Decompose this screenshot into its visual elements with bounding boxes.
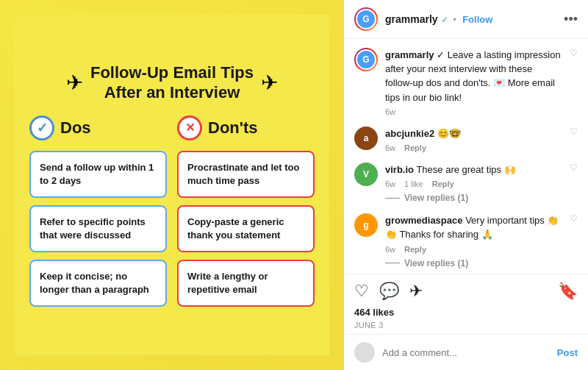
comment-2-content: These are great tips 🙌: [416, 164, 515, 175]
comment-2-meta: 6w 1 like Reply: [385, 179, 562, 188]
main-comment-heart-icon[interactable]: ♡: [570, 48, 578, 58]
comment-2-heart-icon[interactable]: ♡: [570, 163, 578, 173]
comment-2-time: 6w: [385, 179, 395, 188]
post-actions: ♡ 💬 ✈ 🔖 464 likes June 3: [344, 274, 588, 334]
share-button[interactable]: ✈: [409, 282, 423, 301]
comment-3-username[interactable]: growmediaspace: [385, 215, 463, 226]
grammarly-avatar: G: [356, 9, 376, 29]
comment-3-meta: 6w Reply: [385, 245, 562, 254]
paper-plane-right-icon: ✈: [261, 71, 278, 95]
view-replies-line-3: [385, 263, 400, 263]
dot-separator: •: [453, 15, 456, 25]
comment-1-reply-button[interactable]: Reply: [404, 143, 426, 152]
bookmark-button[interactable]: 🔖: [558, 282, 578, 301]
follow-button[interactable]: Follow: [462, 14, 492, 25]
post-comment-button[interactable]: Post: [557, 347, 578, 358]
comment-3-text: growmediaspace Very important tips 👏👏 Th…: [385, 215, 559, 240]
comment-3-time: 6w: [385, 245, 395, 254]
comment-1-text: abcjunkie2 😊🤓: [385, 128, 461, 139]
comment-1-avatar: a: [354, 127, 378, 150]
dos-tip-2: Refer to specific points that were discu…: [29, 205, 167, 252]
main-comment-username[interactable]: grammarly: [385, 49, 434, 60]
donts-tip-3: Write a lengthy or repetitive email: [177, 260, 315, 307]
dos-column: ✓ Dos Send a follow up within 1 to 2 day…: [29, 115, 167, 307]
comment-2-text: virb.io These are great tips 🙌: [385, 164, 516, 175]
header-user-info: grammarly ✓ • Follow: [385, 13, 492, 26]
comment-3-view-replies[interactable]: View replies (1): [385, 258, 562, 268]
comment-2-body: virb.io These are great tips 🙌 6w 1 like…: [385, 163, 562, 203]
comment-1-username[interactable]: abcjunkie2: [385, 128, 434, 139]
comment-2: V virb.io These are great tips 🙌 6w 1 li…: [354, 163, 578, 203]
comment-2-likes: 1 like: [404, 179, 423, 188]
dos-label: Dos: [60, 118, 91, 138]
main-comment-time: 6w: [385, 107, 395, 116]
main-comment-avatar-inner: G: [356, 49, 376, 70]
comment-1-content: 😊🤓: [437, 128, 461, 139]
main-comment-meta: 6w: [385, 107, 562, 116]
main-comment-verified: ✓: [437, 49, 448, 60]
add-comment-input[interactable]: [382, 347, 550, 358]
comment-1-heart-icon[interactable]: ♡: [570, 127, 578, 137]
comment-1: a abcjunkie2 😊🤓 6w Reply ♡: [354, 127, 578, 152]
comment-1-meta: 6w Reply: [385, 143, 562, 152]
main-comment-body: grammarly ✓ Leave a lasting impression a…: [385, 48, 562, 116]
tips-columns: ✓ Dos Send a follow up within 1 to 2 day…: [29, 115, 315, 307]
post-date: June 3: [354, 321, 578, 330]
verified-badge-icon: ✓: [441, 15, 448, 25]
dos-tip-1: Send a follow up within 1 to 2 days: [29, 151, 167, 198]
title-section: ✈ Follow-Up Email Tips After an Intervie…: [66, 63, 278, 102]
comment-2-reply-button[interactable]: Reply: [432, 179, 454, 188]
comments-area: G grammarly ✓ Leave a lasting impression…: [344, 39, 588, 274]
donts-tip-2: Copy-paste a generic thank you statement: [177, 205, 315, 252]
donts-tip-1: Procrastinate and let too much time pass: [177, 151, 315, 198]
grammarly-avatar-ring: G: [354, 7, 378, 31]
comment-3-avatar: g: [354, 213, 378, 237]
dos-header: ✓ Dos: [29, 115, 167, 140]
current-user-avatar: [354, 342, 375, 363]
main-comment-avatar: G: [354, 48, 378, 71]
action-icons-row: ♡ 💬 ✈ 🔖: [354, 282, 578, 301]
comment-3-heart-icon[interactable]: ♡: [570, 213, 578, 224]
comment-3: g growmediaspace Very important tips 👏👏 …: [354, 213, 578, 268]
instagram-sidebar: G grammarly ✓ • Follow ••• G grammarly ✓…: [344, 0, 588, 370]
post-header: G grammarly ✓ • Follow •••: [344, 0, 588, 39]
like-button[interactable]: ♡: [354, 282, 369, 301]
comment-1-body: abcjunkie2 😊🤓 6w Reply: [385, 127, 562, 152]
check-circle-icon: ✓: [29, 115, 54, 140]
title-line1: Follow-Up Email Tips: [90, 63, 254, 82]
comment-button[interactable]: 💬: [379, 282, 399, 301]
likes-count: 464 likes: [354, 307, 578, 318]
main-comment-text: grammarly ✓ Leave a lasting impression a…: [385, 49, 561, 103]
header-username[interactable]: grammarly: [385, 13, 438, 25]
comment-2-view-replies[interactable]: View replies (1): [385, 193, 562, 203]
x-circle-icon: ✕: [177, 115, 202, 140]
add-comment-section: Post: [344, 334, 588, 370]
comment-3-body: growmediaspace Very important tips 👏👏 Th…: [385, 213, 562, 268]
view-replies-line: [385, 198, 400, 199]
main-post-comment: G grammarly ✓ Leave a lasting impression…: [354, 48, 578, 116]
donts-label: Don'ts: [208, 118, 258, 138]
paper-plane-left-icon: ✈: [66, 71, 83, 95]
infographic-panel: ✈ Follow-Up Email Tips After an Intervie…: [0, 0, 344, 370]
comment-2-username[interactable]: virb.io: [385, 164, 414, 175]
more-options-button[interactable]: •••: [564, 12, 578, 27]
donts-column: ✕ Don'ts Procrastinate and let too much …: [177, 115, 315, 307]
comment-3-reply-button[interactable]: Reply: [404, 245, 426, 254]
donts-header: ✕ Don'ts: [177, 115, 315, 140]
comment-2-avatar: V: [354, 163, 378, 186]
dos-tip-3: Keep it concise; no longer than a paragr…: [29, 260, 167, 307]
title-line2: After an Interview: [90, 83, 254, 102]
comment-1-time: 6w: [385, 143, 395, 152]
